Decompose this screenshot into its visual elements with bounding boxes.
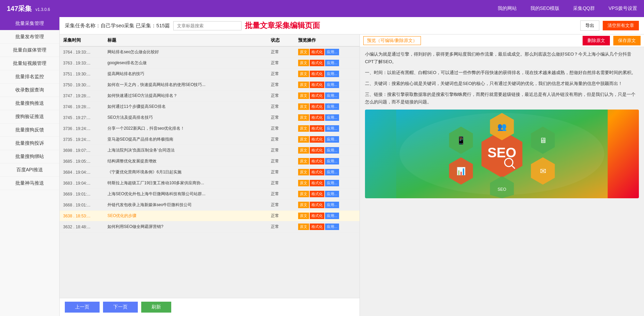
btn-orig-1[interactable]: 原文 bbox=[298, 60, 309, 66]
nav-qq-group[interactable]: 采集QQ群 bbox=[573, 5, 595, 12]
table-row[interactable]: 3750 . 19:30:... 如何在一天之内，快速提高网站排名的使用SEO技… bbox=[60, 80, 360, 90]
table-row[interactable]: 3684 . 19:04:... 《宁夏优化营商环境条例》6月1日起实施 正常 … bbox=[60, 167, 360, 178]
btn-orig-4[interactable]: 原文 bbox=[298, 92, 309, 99]
btn-format-15[interactable]: 格式化 bbox=[310, 213, 324, 219]
btn-orig-15[interactable]: 原文 bbox=[298, 213, 309, 219]
btn-orig-10[interactable]: 原文 bbox=[298, 158, 309, 164]
prev-page-button[interactable]: 上一页 bbox=[65, 302, 100, 313]
btn-apply-7[interactable]: 应用... bbox=[325, 125, 339, 132]
sidebar-item-video[interactable]: 批量短视频管理 bbox=[0, 57, 59, 70]
btn-apply-8[interactable]: 应用... bbox=[325, 136, 339, 143]
table-row[interactable]: 3736 . 19:24:... 分享一个2022新风口，抖音seo优化排名！ … bbox=[60, 123, 360, 134]
btn-orig-2[interactable]: 原文 bbox=[298, 71, 309, 77]
table-row[interactable]: 3745 . 19:27:... SEO方法及提高排名技巧 正常 原文 格式化 … bbox=[60, 112, 360, 123]
btn-format-1[interactable]: 格式化 bbox=[310, 60, 324, 66]
btn-apply-6[interactable]: 应用... bbox=[325, 114, 339, 121]
table-row[interactable]: 3751 . 19:30:... 提高网站排名的技巧 正常 原文 格式化 应用.… bbox=[60, 69, 360, 80]
sidebar-item-sogou-push[interactable]: 批量搜狗推送 bbox=[0, 97, 59, 110]
sidebar: 批量采集管理 批量发布管理 批量自媒体管理 批量短视频管理 批量排名监控 收录数… bbox=[0, 17, 60, 316]
table-row[interactable]: 3763 . 19:33:... googleseo排名怎么做 正常 原文 格式… bbox=[60, 58, 360, 69]
btn-format-16[interactable]: 格式化 bbox=[310, 224, 324, 230]
btn-orig-13[interactable]: 原文 bbox=[298, 191, 309, 197]
table-row[interactable]: 3698 . 19:07:... 上海法院判决'负面压制业务'合同违法 正常 原… bbox=[60, 145, 360, 156]
table-row[interactable]: 3764 . 19:33:... 网站排名seo怎么做会比较好 正常 原文 格式… bbox=[60, 47, 360, 58]
sidebar-item-sogou-feedback[interactable]: 批量搜狗反馈 bbox=[0, 124, 59, 137]
table-row[interactable]: 3735 . 19:24:... 亚马逊SEO提高产品排名的终极指南 正常 原文… bbox=[60, 134, 360, 145]
btn-format-3[interactable]: 格式化 bbox=[310, 82, 324, 88]
delete-original-button[interactable]: 删除原文 bbox=[583, 36, 610, 45]
btn-orig-8[interactable]: 原文 bbox=[298, 136, 309, 143]
btn-format-4[interactable]: 格式化 bbox=[310, 92, 324, 99]
sidebar-item-sogou-complaint[interactable]: 批量搜狗投诉 bbox=[0, 137, 59, 150]
table-row[interactable]: 3669 . 19:01:... 上海SEO优化外包上海牛巨微网络科技有限公司站… bbox=[60, 189, 360, 200]
btn-orig-12[interactable]: 原文 bbox=[298, 180, 309, 186]
table-row[interactable]: 3746 . 19:28:... 如何通过11个步骤提高SEO排名 正常 原文 … bbox=[60, 101, 360, 112]
btn-orig-3[interactable]: 原文 bbox=[298, 82, 309, 88]
sidebar-item-sogou-bind[interactable]: 批量搜狗绑站 bbox=[0, 150, 59, 163]
btn-format-10[interactable]: 格式化 bbox=[310, 158, 324, 164]
btn-apply-15[interactable]: 应用... bbox=[325, 213, 339, 219]
cell-title: 上海SEO优化外包上海牛巨微网络科技有限公司站群... bbox=[107, 191, 271, 197]
refresh-button[interactable]: 刷新 bbox=[141, 302, 171, 313]
btn-orig-0[interactable]: 原文 bbox=[298, 49, 309, 55]
btn-apply-16[interactable]: 应用... bbox=[325, 224, 339, 230]
cell-time: 3735 . 19:24:... bbox=[63, 137, 107, 142]
sidebar-item-shenma[interactable]: 批量神马推送 bbox=[0, 177, 59, 190]
table-row[interactable]: 3632 . 18:48:... 如何利用SEO做全网霸屏营销? 正常 原文 格… bbox=[60, 221, 360, 232]
btn-orig-6[interactable]: 原文 bbox=[298, 114, 309, 121]
sidebar-item-record[interactable]: 收录数据查询 bbox=[0, 84, 59, 97]
cell-status: 正常 bbox=[271, 224, 298, 230]
btn-format-7[interactable]: 格式化 bbox=[310, 125, 324, 132]
btn-format-5[interactable]: 格式化 bbox=[310, 103, 324, 110]
btn-apply-10[interactable]: 应用... bbox=[325, 158, 339, 164]
btn-apply-14[interactable]: 应用... bbox=[325, 202, 339, 208]
sidebar-item-sogou-verify[interactable]: 搜狗验证推送 bbox=[0, 110, 59, 124]
save-original-button[interactable]: 保存原文 bbox=[613, 36, 641, 45]
btn-format-0[interactable]: 格式化 bbox=[310, 49, 324, 55]
table-row[interactable]: 3638 . 18:53:... SEO优化的步骤 正常 原文 格式化 应用..… bbox=[60, 211, 360, 221]
btn-format-8[interactable]: 格式化 bbox=[310, 136, 324, 143]
sidebar-item-publish[interactable]: 批量发布管理 bbox=[0, 30, 59, 44]
sidebar-item-rank[interactable]: 批量排名监控 bbox=[0, 70, 59, 84]
nav-my-website[interactable]: 我的网站 bbox=[498, 5, 517, 12]
btn-format-9[interactable]: 格式化 bbox=[310, 147, 324, 154]
btn-apply-12[interactable]: 应用... bbox=[325, 180, 339, 186]
btn-orig-7[interactable]: 原文 bbox=[298, 125, 309, 132]
btn-orig-16[interactable]: 原文 bbox=[298, 224, 309, 230]
sidebar-item-media[interactable]: 批量自媒体管理 bbox=[0, 44, 59, 57]
btn-format-2[interactable]: 格式化 bbox=[310, 71, 324, 77]
table-row[interactable]: 3685 . 19:05:... 结构调整优化发展提质增效 正常 原文 格式化 … bbox=[60, 156, 360, 167]
table-row[interactable]: 3747 . 19:28:... 如何快速通过SEO方法提高网站排名？ 正常 原… bbox=[60, 90, 360, 101]
btn-apply-3[interactable]: 应用... bbox=[325, 82, 339, 88]
export-button[interactable]: 导出 bbox=[580, 20, 599, 31]
btn-orig-14[interactable]: 原文 bbox=[298, 202, 309, 208]
btn-apply-1[interactable]: 应用... bbox=[325, 60, 339, 66]
btn-format-13[interactable]: 格式化 bbox=[310, 191, 324, 197]
btn-format-6[interactable]: 格式化 bbox=[310, 114, 324, 121]
search-input[interactable] bbox=[173, 21, 241, 30]
btn-apply-4[interactable]: 应用... bbox=[325, 92, 339, 99]
table-row[interactable]: 3683 . 19:04:... 特斯拉上海超级工厂19日复工推动100多家供应… bbox=[60, 178, 360, 189]
clear-all-button[interactable]: 清空所有文章 bbox=[603, 21, 639, 30]
btn-format-11[interactable]: 格式化 bbox=[310, 169, 324, 175]
btn-apply-0[interactable]: 应用... bbox=[325, 49, 339, 55]
btn-format-14[interactable]: 格式化 bbox=[310, 202, 324, 208]
preview-panel: 预览（可编辑/删除原文） 删除原文 保存原文 小编认为就是通过引擎，得到好的，获… bbox=[360, 34, 644, 316]
btn-apply-2[interactable]: 应用... bbox=[325, 71, 339, 77]
btn-apply-11[interactable]: 应用... bbox=[325, 169, 339, 175]
cell-actions: 原文 格式化 应用... bbox=[298, 213, 356, 219]
btn-orig-5[interactable]: 原文 bbox=[298, 103, 309, 110]
btn-apply-5[interactable]: 应用... bbox=[325, 103, 339, 110]
sidebar-item-collect[interactable]: 批量采集管理 bbox=[0, 17, 59, 30]
sidebar-item-baidu-api[interactable]: 百度API推送 bbox=[0, 163, 59, 177]
next-page-button[interactable]: 下一页 bbox=[103, 302, 138, 313]
btn-format-12[interactable]: 格式化 bbox=[310, 180, 324, 186]
nav-seo-template[interactable]: 我的SEO模版 bbox=[530, 5, 560, 12]
table-row[interactable]: 3668 . 19:01:... 外链代发包收录上海新媒体seo牛巨微科技公司 … bbox=[60, 200, 360, 211]
btn-apply-13[interactable]: 应用... bbox=[325, 191, 339, 197]
btn-orig-11[interactable]: 原文 bbox=[298, 169, 309, 175]
btn-orig-9[interactable]: 原文 bbox=[298, 147, 309, 154]
preview-label: 预览（可编辑/删除原文） bbox=[363, 36, 421, 45]
btn-apply-9[interactable]: 应用... bbox=[325, 147, 339, 154]
nav-vps-setting[interactable]: VPS拨号设置 bbox=[609, 5, 637, 12]
